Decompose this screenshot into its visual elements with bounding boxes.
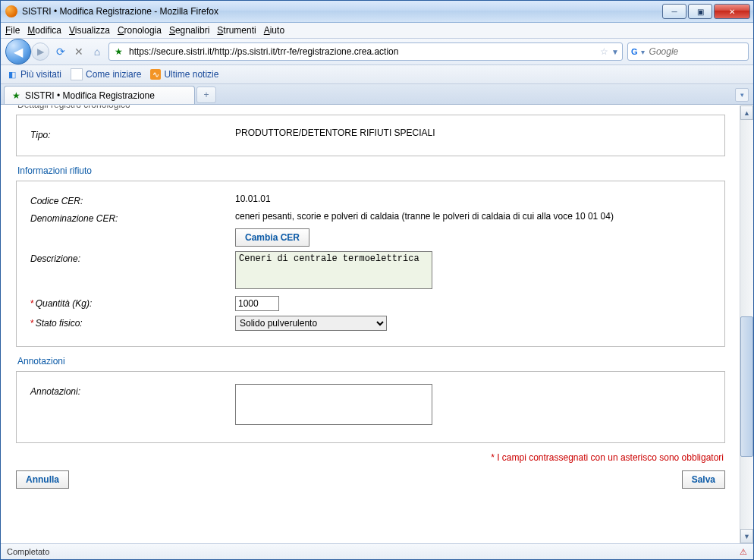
menu-file[interactable]: File xyxy=(5,25,20,36)
maximize-button[interactable]: ▣ xyxy=(688,4,712,19)
rss-icon: ∿ xyxy=(150,69,161,80)
minimize-button[interactable]: ─ xyxy=(662,4,686,19)
site-identity-icon[interactable]: ★ xyxy=(112,46,124,58)
firefox-icon xyxy=(5,5,17,17)
navigation-toolbar: ◀ ▶ ⟳ ✕ ⌂ ★ ☆ ▼ G ▾ 🔍 xyxy=(1,39,753,65)
search-engine-dropdown-icon[interactable]: ▾ xyxy=(641,48,645,56)
section-informazioni-rifiuto: Informazioni rifiuto xyxy=(17,165,725,176)
required-fields-note: * I campi contrassegnati con un asterisc… xyxy=(16,452,724,463)
content-scroll: Dettagli registro cronologico Tipo: PROD… xyxy=(1,105,740,543)
search-input[interactable] xyxy=(648,46,754,58)
window-buttons: ─ ▣ ✕ xyxy=(661,4,750,19)
tab-list-button[interactable]: ▾ xyxy=(735,88,749,102)
annotazioni-textarea[interactable] xyxy=(235,384,432,425)
new-tab-button[interactable]: + xyxy=(196,87,216,103)
tab-favicon: ★ xyxy=(12,90,20,101)
window-titlebar: SISTRI • Modifica Registrazione - Mozill… xyxy=(1,1,753,23)
status-text: Completato xyxy=(7,547,49,556)
quantita-label: *Quantità (Kg): xyxy=(30,296,235,309)
bookmark-getting-started[interactable]: Come iniziare xyxy=(71,68,141,80)
codice-cer-label: Codice CER: xyxy=(30,193,235,206)
action-bar: Annulla Salva xyxy=(16,470,725,489)
codice-cer-value: 10.01.01 xyxy=(235,193,711,204)
tab-strip: ★ SISTRI • Modifica Registrazione + ▾ xyxy=(1,84,753,105)
status-bar: Completato ⚠ xyxy=(1,543,753,559)
bookmark-most-visited[interactable]: ◧ Più visitati xyxy=(7,69,61,80)
browser-window: SISTRI • Modifica Registrazione - Mozill… xyxy=(0,0,754,560)
bookmark-latest-news[interactable]: ∿ Ultime notizie xyxy=(150,69,218,80)
vertical-scrollbar[interactable]: ▲ ▼ xyxy=(740,105,753,543)
descrizione-label: Descrizione: xyxy=(30,251,235,264)
scrollbar-track[interactable] xyxy=(740,120,753,529)
bookmark-label: Più visitati xyxy=(20,69,61,80)
bookmark-star-icon[interactable]: ☆ xyxy=(600,46,608,57)
annulla-button[interactable]: Annulla xyxy=(16,470,69,489)
window-title: SISTRI • Modifica Registrazione - Mozill… xyxy=(22,6,661,17)
page-body: Dettagli registro cronologico Tipo: PROD… xyxy=(1,105,740,504)
forward-button[interactable]: ▶ xyxy=(31,42,49,61)
tab-label: SISTRI • Modifica Registrazione xyxy=(25,90,155,101)
annotazioni-box: Annotazioni: xyxy=(16,371,725,443)
bookmark-label: Come iniziare xyxy=(86,69,141,80)
content-viewport: Dettagli registro cronologico Tipo: PROD… xyxy=(1,105,753,543)
scrollbar-thumb[interactable] xyxy=(740,316,753,457)
url-bar[interactable]: ★ ☆ ▼ xyxy=(108,42,623,61)
denominazione-cer-value: ceneri pesanti, scorie e polveri di cald… xyxy=(235,211,711,222)
menu-modifica[interactable]: Modifica xyxy=(27,25,61,36)
menu-cronologia[interactable]: Cronologia xyxy=(118,25,162,36)
scroll-up-button[interactable]: ▲ xyxy=(740,105,753,120)
stato-fisico-select[interactable]: Solido pulverulento xyxy=(235,316,387,331)
back-button[interactable]: ◀ xyxy=(5,39,31,64)
home-icon[interactable]: ⌂ xyxy=(90,45,104,58)
cambia-cer-button[interactable]: Cambia CER xyxy=(235,228,309,247)
menu-segnalibri[interactable]: Segnalibri xyxy=(169,25,209,36)
reload-icon[interactable]: ⟳ xyxy=(54,45,68,58)
section-annotazioni: Annotazioni xyxy=(17,356,725,367)
annotazioni-label: Annotazioni: xyxy=(30,384,235,397)
bookmarks-toolbar: ◧ Più visitati Come iniziare ∿ Ultime no… xyxy=(1,65,753,84)
truncated-section-title: Dettagli registro cronologico xyxy=(17,105,725,110)
document-icon xyxy=(71,68,83,80)
close-button[interactable]: ✕ xyxy=(714,4,750,19)
tab-active[interactable]: ★ SISTRI • Modifica Registrazione xyxy=(4,86,195,104)
google-icon[interactable]: G xyxy=(631,46,638,57)
menu-aiuto[interactable]: Aiuto xyxy=(264,25,284,36)
most-visited-icon: ◧ xyxy=(7,69,17,80)
search-bar[interactable]: G ▾ 🔍 xyxy=(627,42,749,61)
quantita-input[interactable] xyxy=(235,296,279,311)
tipo-label: Tipo: xyxy=(30,127,235,140)
menu-visualizza[interactable]: Visualizza xyxy=(69,25,110,36)
salva-button[interactable]: Salva xyxy=(682,470,725,489)
url-dropdown-icon[interactable]: ▼ xyxy=(611,48,619,56)
stop-icon[interactable]: ✕ xyxy=(72,45,86,58)
url-input[interactable] xyxy=(127,46,597,58)
status-warning-icon[interactable]: ⚠ xyxy=(740,547,747,557)
menu-strumenti[interactable]: Strumenti xyxy=(217,25,256,36)
bookmark-label: Ultime notizie xyxy=(164,69,218,80)
menu-bar: File Modifica Visualizza Cronologia Segn… xyxy=(1,23,753,39)
registry-details-box: Tipo: PRODUTTORE/DETENTORE RIFIUTI SPECI… xyxy=(16,115,725,156)
scroll-down-button[interactable]: ▼ xyxy=(740,529,753,543)
informazioni-rifiuto-box: Codice CER: 10.01.01 Denominazione CER: … xyxy=(16,181,725,347)
stato-fisico-label: *Stato fisico: xyxy=(30,316,235,329)
descrizione-textarea[interactable]: Ceneri di centrale termoelettrica xyxy=(235,251,432,289)
denominazione-cer-label: Denominazione CER: xyxy=(30,211,235,224)
tipo-value: PRODUTTORE/DETENTORE RIFIUTI SPECIALI xyxy=(235,127,711,138)
